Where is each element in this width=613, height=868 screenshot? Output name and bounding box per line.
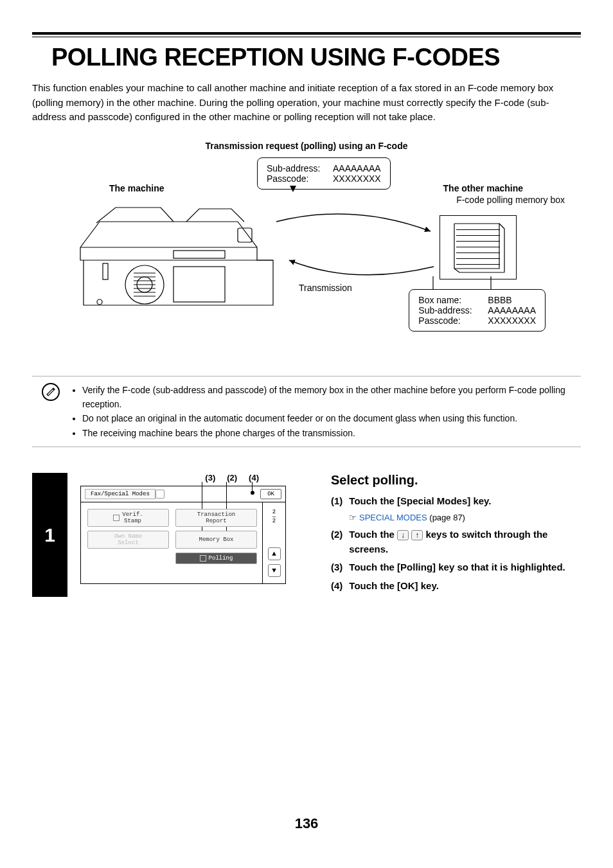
transmission-label: Transmission bbox=[299, 283, 352, 293]
polling-button[interactable]: Polling bbox=[175, 553, 257, 564]
svg-rect-15 bbox=[103, 263, 108, 279]
touchscreen-mockup: Fax/Special Modes OK Verif. Stamp Transa… bbox=[80, 486, 286, 584]
speech-subaddr-val: AAAAAAAA bbox=[333, 163, 381, 173]
mfp-illustration bbox=[77, 196, 283, 318]
svg-rect-4 bbox=[238, 228, 252, 242]
step-screenshot-panel: (3) (2) (4) Fax/Special Modes bbox=[67, 473, 324, 597]
up-arrow-icon: ↑ bbox=[411, 530, 423, 540]
memory-box-button[interactable]: Memory Box bbox=[175, 531, 257, 549]
scroll-down-button[interactable]: ▼ bbox=[268, 564, 281, 577]
receipt-boxname-val: BBBB bbox=[488, 295, 511, 305]
callout-labels: (3) (2) (4) bbox=[205, 473, 259, 483]
note-item: Verify the F-code (sub-address and passc… bbox=[82, 383, 581, 412]
other-machine-sublabel: F-code polling memory box bbox=[456, 195, 565, 205]
stamp-icon bbox=[113, 515, 120, 521]
svg-rect-3 bbox=[173, 267, 225, 302]
step-item: (3) Touch the [Polling] key so that it i… bbox=[331, 560, 581, 575]
special-modes-link[interactable]: SPECIAL MODES bbox=[359, 513, 427, 522]
note-list: Verify the F-code (sub-address and passc… bbox=[69, 383, 581, 441]
svg-rect-2 bbox=[173, 251, 225, 258]
transaction-report-button[interactable]: Transaction Report bbox=[175, 509, 257, 527]
machine-label: The machine bbox=[109, 183, 164, 193]
note-icon bbox=[42, 383, 60, 401]
receipt-passcode-val: XXXXXXXX bbox=[488, 315, 536, 326]
polling-icon bbox=[200, 555, 206, 562]
callout-2: (2) bbox=[227, 473, 237, 483]
page-title: POLLING RECEPTION USING F-CODES bbox=[51, 44, 581, 71]
receipt-subaddr-val: AAAAAAAA bbox=[488, 305, 536, 315]
note-item: The receiving machine bears the phone ch… bbox=[82, 426, 581, 440]
svg-line-19 bbox=[454, 269, 459, 272]
step-heading: Select polling. bbox=[331, 473, 581, 488]
speech-passcode-val: XXXXXXXX bbox=[333, 173, 381, 184]
step-item: (4) Touch the [OK] key. bbox=[331, 579, 581, 594]
callout-4: (4) bbox=[249, 473, 259, 483]
memory-box-illustration bbox=[440, 215, 517, 279]
mode-toggle-icon[interactable] bbox=[155, 490, 164, 499]
step-instructions: Select polling. (1) Touch the [Special M… bbox=[324, 473, 581, 597]
receipt-subaddr-key: Sub-address: bbox=[418, 305, 483, 315]
step-number: 1 bbox=[32, 473, 67, 597]
memory-box-outline bbox=[440, 216, 517, 280]
note-box: Verify the F-code (sub-address and passc… bbox=[32, 376, 581, 448]
speech-passcode-key: Passcode: bbox=[267, 173, 328, 184]
step-row: 1 (3) (2) (4) Fax/Special Modes bbox=[32, 473, 581, 597]
own-name-select-button[interactable]: Own Name Select bbox=[87, 531, 169, 549]
intro-paragraph: This function enables your machine to ca… bbox=[32, 81, 581, 125]
speech-subaddr-key: Sub-address: bbox=[267, 163, 328, 173]
receipt-boxname-key: Box name: bbox=[418, 295, 483, 305]
ok-button[interactable]: OK bbox=[260, 489, 281, 499]
other-machine-label: The other machine bbox=[443, 183, 523, 193]
verif-stamp-button[interactable]: Verif. Stamp bbox=[87, 509, 169, 527]
rule-top-thick bbox=[32, 32, 581, 35]
page-number: 136 bbox=[32, 815, 581, 832]
diagram: The machine The other machine F-code pol… bbox=[32, 157, 581, 369]
speech-bubble: Sub-address:AAAAAAAA Passcode:XXXXXXXX bbox=[257, 157, 391, 190]
receipt-box: Box name:BBBB Sub-address:AAAAAAAA Passc… bbox=[409, 289, 546, 332]
down-arrow-icon: ↓ bbox=[397, 530, 409, 540]
svg-point-14 bbox=[97, 299, 102, 305]
page-indicator: 2 2 bbox=[272, 509, 276, 525]
scroll-up-button[interactable]: ▲ bbox=[268, 547, 281, 560]
step-item: (1) Touch the [Special Modes] key. ☞ SPE… bbox=[331, 494, 581, 524]
diagram-caption: Transmission request (polling) using an … bbox=[32, 141, 581, 151]
svg-line-16 bbox=[499, 224, 504, 229]
rule-top-thin bbox=[32, 37, 581, 37]
receipt-passcode-key: Passcode: bbox=[418, 315, 483, 326]
screen-tab[interactable]: Fax/Special Modes bbox=[85, 489, 155, 499]
note-item: Do not place an original in the automati… bbox=[82, 411, 581, 425]
callout-3: (3) bbox=[205, 473, 215, 483]
page-body: POLLING RECEPTION USING F-CODES This fun… bbox=[0, 0, 613, 851]
step-item: (2) Touch the ↓ ↑ keys to switch through… bbox=[331, 527, 581, 556]
